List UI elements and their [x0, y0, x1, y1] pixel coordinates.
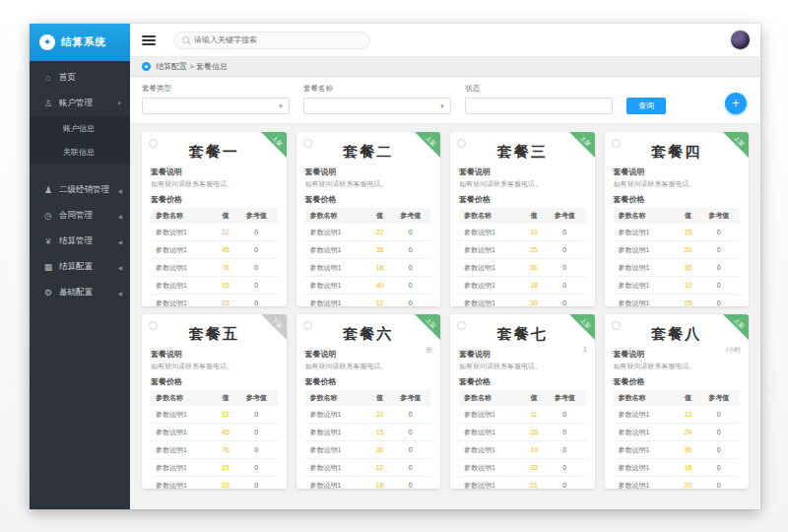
param-value: 33 [524, 459, 544, 477]
param-name: 参数说明1 [459, 241, 524, 259]
param-ref: 0 [698, 441, 740, 459]
search-button[interactable]: 查询 [626, 98, 666, 114]
sidebar-item-结算配置[interactable]: ▦ 结算配置 ◀ [30, 254, 130, 280]
param-value: 18 [679, 459, 698, 477]
chevron-icon: ◀ [117, 290, 122, 297]
param-name: 参数说明1 [459, 459, 524, 477]
add-package-button[interactable]: + [725, 93, 747, 114]
param-ref: 0 [390, 277, 431, 295]
param-name: 参数说明1 [459, 406, 524, 424]
card-select-radio[interactable] [612, 321, 621, 330]
package-type-select[interactable]: ▼ [142, 98, 290, 114]
price-section-label: 套餐价格 [614, 376, 741, 387]
search-box[interactable] [173, 32, 370, 49]
hamburger-menu-icon[interactable] [142, 33, 156, 47]
param-row: 参数说明1280 [459, 424, 586, 441]
package-description: 如有疑问请联系客服电话。 [459, 179, 586, 189]
param-value: 19 [524, 441, 544, 459]
param-value: 66 [524, 259, 544, 277]
sidebar-item-label: 二级经销管理 [59, 184, 117, 196]
param-ref: 0 [544, 241, 585, 259]
sidebar-item-基础配置[interactable]: ⚙ 基础配置 ◀ [30, 280, 130, 305]
card-select-radio[interactable] [303, 321, 312, 330]
param-row: 参数说明1240 [614, 424, 741, 441]
status-label: 状态 [465, 84, 613, 94]
param-row: 参数说明1120 [305, 295, 432, 307]
sidebar-item-首页[interactable]: ⌂ 首页 [30, 65, 130, 91]
sidebar-item-二级经销管理[interactable]: ♟ 二级经销管理 ◀ [30, 177, 130, 203]
dealer-icon: ♟ [41, 185, 55, 195]
param-name: 参数说明1 [459, 277, 524, 295]
param-value: 45 [216, 241, 235, 259]
user-avatar[interactable] [730, 30, 751, 50]
card-select-radio[interactable] [149, 139, 158, 148]
param-value: 23 [216, 477, 235, 490]
param-value: 15 [679, 224, 698, 241]
package-description: 如有疑问请联系客服电话。 [614, 362, 741, 371]
param-ref: 0 [390, 224, 431, 241]
logo-icon: ✦ [39, 34, 55, 50]
location-pin-icon [142, 62, 151, 71]
package-description: 如有疑问请联系客服电话。 [614, 179, 741, 189]
param-name: 参数说明1 [459, 295, 524, 307]
param-name: 参数说明1 [614, 277, 679, 295]
param-value: 15 [216, 277, 235, 295]
param-ref: 0 [235, 477, 277, 490]
sidebar-item-label: 账户管理 [59, 98, 116, 109]
param-ref: 0 [698, 477, 740, 490]
param-name: 参数说明1 [305, 224, 370, 241]
param-row: 参数说明1250 [459, 241, 586, 259]
desc-section-label: 套餐说明 [305, 349, 432, 360]
app-title: 结算系统 [61, 35, 106, 49]
param-row: 参数说明1300 [305, 441, 432, 459]
package-card-grid: 上架 套餐一 套餐说明 如有疑问请联系客服电话。 套餐价格 参数名称值参考值 参… [130, 124, 760, 509]
search-input[interactable] [194, 35, 361, 44]
param-value: 76 [216, 259, 235, 277]
sidebar-menu: ⌂ 首页 ♙ 账户管理 ▼ 账户信息关联信息 ♟ 二级经销管理 ◀ ◷ 合同管理… [30, 61, 130, 509]
sidebar-item-label: 结算管理 [59, 235, 117, 247]
param-ref: 0 [235, 424, 277, 441]
param-row: 参数说明1230 [151, 477, 278, 490]
sidebar-subitem-关联信息[interactable]: 关联信息 [30, 140, 130, 164]
card-select-radio[interactable] [303, 139, 312, 148]
param-name: 参数说明1 [151, 241, 216, 259]
param-table-header: 值 [679, 208, 698, 224]
param-name: 参数说明1 [305, 241, 370, 259]
price-section-label: 套餐价格 [305, 376, 432, 387]
param-name: 参数说明1 [614, 295, 679, 307]
sidebar-subitem-账户信息[interactable]: 账户信息 [30, 116, 130, 140]
param-table-header: 值 [216, 208, 235, 224]
param-value: 18 [524, 277, 544, 295]
param-value: 15 [370, 424, 390, 441]
package-note: /小时 [726, 346, 741, 355]
sidebar-item-账户管理[interactable]: ♙ 账户管理 ▼ [30, 91, 130, 116]
chevron-icon: ◀ [117, 238, 122, 245]
param-ref: 0 [235, 259, 277, 277]
chevron-icon: ◀ [117, 264, 122, 271]
filter-package-type: 套餐类型 ▼ [142, 84, 290, 114]
param-table: 参数名称值参考值 参数说明1220参数说明1150参数说明1300参数说明112… [305, 390, 432, 489]
param-ref: 0 [235, 459, 277, 477]
breadcrumb-text: 结算配置 > 套餐信息 [156, 61, 228, 72]
sidebar-item-合同管理[interactable]: ◷ 合同管理 ◀ [30, 203, 130, 229]
card-select-radio[interactable] [612, 139, 621, 148]
param-value: 24 [679, 424, 698, 441]
param-row: 参数说明1660 [459, 259, 586, 277]
package-card: 上架 套餐六 折 套餐说明 如有疑问请联系客服电话。 套餐价格 参数名称值参考值… [296, 314, 441, 489]
param-name: 参数说明1 [305, 477, 370, 490]
package-name-select[interactable]: ▼ [303, 98, 451, 114]
card-select-radio[interactable] [149, 321, 158, 330]
param-value: 25 [679, 295, 698, 307]
sidebar-item-结算管理[interactable]: ¥ 结算管理 ◀ [30, 229, 130, 254]
sidebar-submenu: 账户信息关联信息 [30, 116, 130, 164]
param-table-header: 值 [524, 208, 544, 224]
app-window: ✦ 结算系统 ⌂ 首页 ♙ 账户管理 ▼ 账户信息关联信息 ♟ 二级经销管理 ◀… [30, 24, 760, 509]
param-row: 参数说明1120 [614, 406, 741, 424]
price-section-label: 套餐价格 [459, 376, 586, 387]
card-select-radio[interactable] [457, 139, 466, 148]
topbar [130, 24, 760, 57]
param-name: 参数说明1 [614, 224, 679, 241]
status-input[interactable] [465, 98, 613, 114]
card-select-radio[interactable] [457, 321, 466, 330]
home-icon: ⌂ [41, 73, 55, 83]
